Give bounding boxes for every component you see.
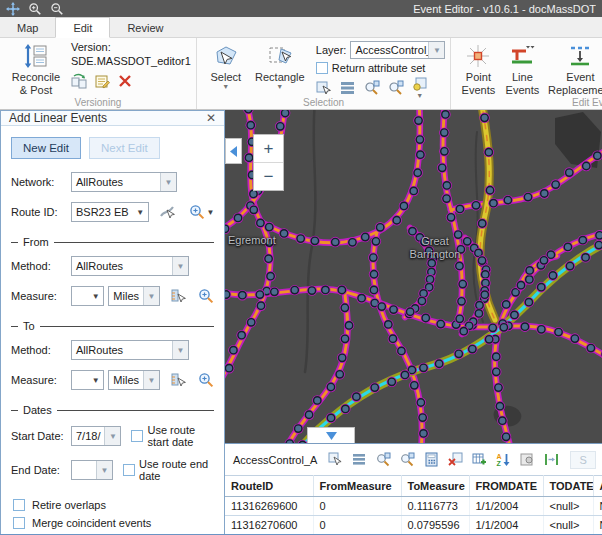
layer-select[interactable]: AccessControl_A ▼ <box>350 41 445 59</box>
from-zoom-measure-icon[interactable] <box>198 288 214 304</box>
retire-overlaps-checkbox[interactable] <box>13 499 25 511</box>
zoom-to-route-button[interactable]: ▼ <box>189 204 215 220</box>
map-canvas[interactable]: Egremont Great Barrington + − <box>225 110 602 443</box>
point-events-button[interactable]: Point Events <box>456 41 500 97</box>
event-replacement-button[interactable]: Event Replacement <box>544 41 602 97</box>
table-row[interactable]: 11316270600 0 0.0795596 1/1/2004 <null> … <box>225 516 602 535</box>
to-method-select[interactable]: AllRoutes ▼ <box>71 340 189 360</box>
select-by-shape-icon[interactable] <box>316 80 332 96</box>
next-edit-button[interactable]: Next Edit <box>89 137 160 159</box>
select-dropdown-caret[interactable]: ▼ <box>222 84 229 89</box>
change-version-icon[interactable] <box>71 73 87 89</box>
event-editor-window: Event Editor - v10.6.1 - docMassDOT Map … <box>0 0 602 535</box>
network-select[interactable]: AllRoutes ▼ <box>71 172 177 192</box>
collapse-table-button[interactable] <box>307 427 355 443</box>
cell-routeid: 11316269600 <box>225 497 313 516</box>
pan-to-selection-icon[interactable] <box>388 80 404 96</box>
table-select-features-icon[interactable] <box>328 452 343 467</box>
col-accesscontrol[interactable]: AC <box>593 476 602 497</box>
use-route-start-date-checkbox[interactable] <box>131 430 143 442</box>
table-add-records-icon[interactable] <box>472 452 487 467</box>
to-zoom-measure-icon[interactable] <box>198 372 214 388</box>
from-measure-combobox[interactable]: ▼ <box>71 286 104 306</box>
reconcile-post-button[interactable]: Reconcile & Post <box>5 41 67 97</box>
line-events-button[interactable]: Line Events <box>500 41 544 97</box>
show-records-icon[interactable] <box>340 80 356 96</box>
table-clear-selection-icon[interactable] <box>448 452 463 467</box>
table-row[interactable]: 11316269600 0 0.1116773 1/1/2004 <null> … <box>225 497 602 516</box>
table-attribute-set-icon[interactable] <box>520 452 535 467</box>
select-button[interactable]: Select ▼ <box>202 41 250 90</box>
end-date-arrow-icon: ▼ <box>96 461 112 479</box>
pan-icon[interactable] <box>6 2 20 16</box>
cell-accesscontrol: N <box>593 516 602 535</box>
save-button[interactable]: S <box>570 451 595 469</box>
ribbon-group-selection: Select ▼ Rectangle ▼ Layer: AccessContro… <box>197 38 452 109</box>
select-route-on-map-icon[interactable] <box>159 204 175 220</box>
svg-text:A: A <box>497 453 502 460</box>
attribute-table: RouteID FromMeasure ToMeasure FROMDATE T… <box>225 475 602 535</box>
tab-map[interactable]: Map <box>0 18 55 37</box>
panel-title: Add Linear Events <box>9 111 107 125</box>
rectangle-dropdown-caret[interactable]: ▼ <box>276 84 283 89</box>
versioning-group-label: Versioning <box>0 97 196 108</box>
attribute-table-panel: AccessControl_A AZ <box>225 443 602 535</box>
map-zoom-in-button[interactable]: + <box>254 135 283 163</box>
start-date-label: Start Date: <box>11 430 67 442</box>
from-method-select[interactable]: AllRoutes ▼ <box>71 256 189 276</box>
merge-coincident-events-label: Merge coincident events <box>32 517 151 529</box>
collapse-panel-button[interactable] <box>225 138 242 164</box>
table-zoom-to-selected-icon[interactable] <box>376 452 391 467</box>
to-pick-measure-icon[interactable] <box>170 372 186 388</box>
merge-coincident-events-checkbox[interactable] <box>13 517 25 529</box>
to-measure-combobox[interactable]: ▼ <box>71 370 104 390</box>
zoom-out-icon[interactable] <box>50 2 64 16</box>
return-attribute-set-checkbox[interactable] <box>316 62 328 74</box>
svg-text:Z: Z <box>497 460 502 467</box>
close-icon[interactable]: ✕ <box>206 111 216 125</box>
start-date-picker[interactable]: 7/18/ ▼ <box>71 426 121 446</box>
zoom-in-icon[interactable] <box>28 2 42 16</box>
rectangle-button[interactable]: Rectangle ▼ <box>250 41 310 90</box>
new-version-icon[interactable] <box>94 73 110 89</box>
from-method-value: AllRoutes <box>72 260 172 272</box>
to-method-value: AllRoutes <box>72 344 172 356</box>
delete-version-icon[interactable] <box>117 73 133 89</box>
table-sort-icon[interactable]: AZ <box>496 452 511 467</box>
tab-edit[interactable]: Edit <box>55 17 110 38</box>
table-measure-range-icon[interactable] <box>544 452 559 467</box>
edit-events-group-label: Edit Events <box>451 97 602 108</box>
from-pick-measure-icon[interactable] <box>170 288 186 304</box>
cell-todate: <null> <box>543 516 593 535</box>
table-calculator-icon[interactable] <box>424 452 439 467</box>
end-date-picker[interactable]: ▼ <box>71 460 113 480</box>
select-label: Select <box>211 71 242 84</box>
tab-review[interactable]: Review <box>110 18 180 37</box>
zoom-to-selection-icon[interactable] <box>364 80 380 96</box>
from-method-label: Method: <box>11 260 67 272</box>
selection-options-button[interactable]: ▼ <box>412 77 428 98</box>
to-method-arrow-icon: ▼ <box>172 341 188 359</box>
to-units-select[interactable]: Miles ▼ <box>108 370 160 390</box>
point-events-icon <box>465 43 491 69</box>
table-pan-to-selected-icon[interactable] <box>400 452 415 467</box>
col-routeid[interactable]: RouteID <box>225 476 313 497</box>
to-section-label: To <box>23 320 35 332</box>
layer-label: Layer: <box>316 44 347 56</box>
use-route-end-date-checkbox[interactable] <box>123 464 135 476</box>
col-frommeasure[interactable]: FromMeasure <box>313 476 401 497</box>
use-route-start-date-label: Use route start date <box>147 424 214 448</box>
ribbon-group-edit-events: Point Events Line Events Event Replaceme… <box>451 38 602 109</box>
new-edit-button[interactable]: New Edit <box>11 137 81 159</box>
col-tomeasure[interactable]: ToMeasure <box>401 476 469 497</box>
table-header-row: RouteID FromMeasure ToMeasure FROMDATE T… <box>225 476 602 497</box>
map-zoom-out-button[interactable]: − <box>254 163 283 190</box>
from-units-select[interactable]: Miles ▼ <box>108 286 160 306</box>
to-units-value: Miles <box>109 374 143 386</box>
table-show-records-icon[interactable] <box>352 452 367 467</box>
route-id-combobox[interactable]: BSR23 EB ▼ <box>71 202 149 222</box>
table-layer-select[interactable]: AccessControl_A <box>233 454 317 466</box>
col-fromdate[interactable]: FROMDATE <box>469 476 543 497</box>
route-id-arrow-icon: ▼ <box>133 203 148 221</box>
col-todate[interactable]: TODATE <box>543 476 593 497</box>
